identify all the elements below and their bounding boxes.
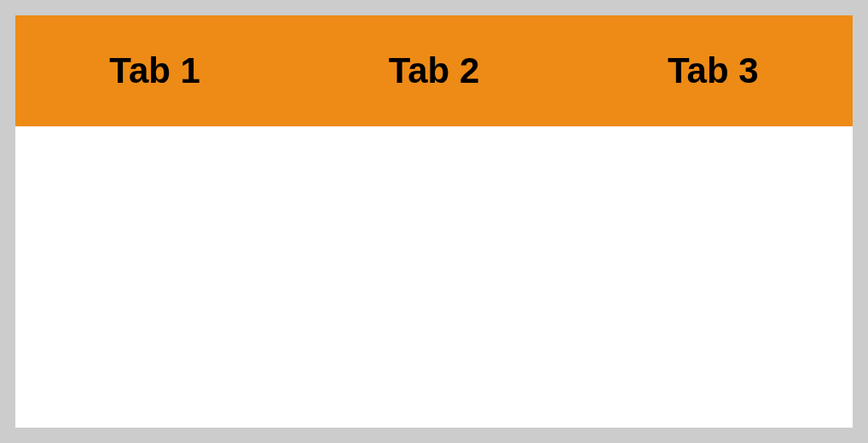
tab-1[interactable]: Tab 1 [15,15,294,126]
tab-2-label: Tab 2 [389,50,480,91]
main-panel: Tab 1 Tab 2 Tab 3 [15,15,853,428]
tab-3[interactable]: Tab 3 [574,15,853,126]
tab-2[interactable]: Tab 2 [294,15,573,126]
tab-bar: Tab 1 Tab 2 Tab 3 [15,15,853,126]
tab-1-label: Tab 1 [109,50,200,91]
tab-content [15,126,853,428]
tab-3-label: Tab 3 [668,50,759,91]
